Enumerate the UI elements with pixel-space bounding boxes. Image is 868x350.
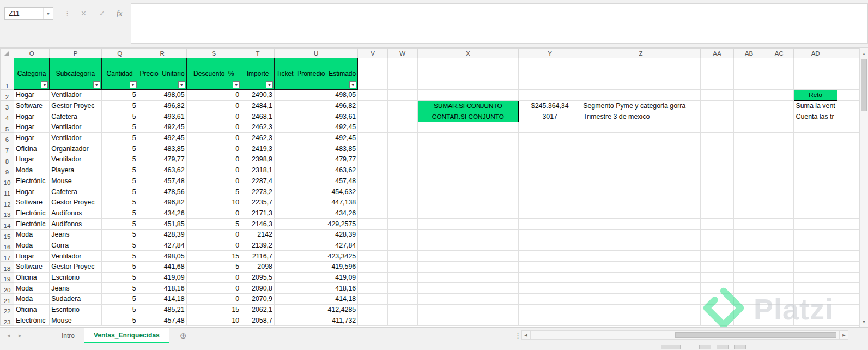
row-header-12[interactable]: 12 — [1, 197, 14, 208]
cell-AE10[interactable] — [837, 176, 859, 186]
cell-O20[interactable]: Moda — [14, 283, 50, 294]
cell-V7[interactable] — [358, 143, 388, 154]
cell-AE20[interactable] — [837, 283, 859, 294]
cell-Y5[interactable] — [519, 122, 581, 133]
cell-U14[interactable]: 429,2575 — [274, 219, 357, 230]
cell-T9[interactable]: 2318,1 — [241, 165, 275, 176]
cell-U9[interactable]: 463,62 — [274, 165, 357, 176]
cell-W19[interactable] — [388, 272, 417, 283]
cell-O9[interactable]: Moda — [14, 165, 50, 176]
cell-V13[interactable] — [358, 208, 388, 219]
cell-S10[interactable]: 0 — [186, 176, 241, 186]
vertical-scrollbar-thumb[interactable] — [861, 59, 867, 111]
cell-P9[interactable]: Playera — [50, 165, 101, 176]
cell-AE19[interactable] — [837, 272, 859, 283]
cell-AC1[interactable] — [764, 58, 794, 90]
cell-S11[interactable]: 5 — [186, 186, 241, 197]
cell-AE4[interactable] — [837, 111, 859, 122]
cell-AD2[interactable]: Reto — [794, 90, 837, 101]
cell-U7[interactable]: 483,85 — [274, 143, 357, 154]
add-sheet-icon[interactable]: ⊕ — [180, 331, 187, 340]
cell-Q20[interactable]: 5 — [101, 283, 138, 294]
cell-R15[interactable]: 428,39 — [138, 229, 186, 240]
cell-Q14[interactable]: 5 — [101, 219, 138, 230]
cell-S23[interactable]: 10 — [186, 315, 241, 326]
cell-AD8[interactable] — [794, 154, 837, 165]
cell-T3[interactable]: 2484,1 — [241, 100, 275, 111]
cell-Z23[interactable] — [581, 315, 701, 326]
filter-button-S[interactable]: ▼ — [233, 81, 240, 88]
cell-Q23[interactable]: 5 — [101, 315, 138, 326]
cell-S5[interactable]: 0 — [186, 122, 241, 133]
cell-AB18[interactable] — [734, 262, 764, 273]
cell-U23[interactable]: 411,732 — [274, 315, 357, 326]
cell-Y21[interactable] — [519, 294, 581, 305]
row-header-8[interactable]: 8 — [1, 154, 14, 165]
cell-AB6[interactable] — [734, 132, 764, 143]
cell-Q9[interactable]: 5 — [101, 165, 138, 176]
cell-T21[interactable]: 2070,9 — [241, 294, 275, 305]
cell-V8[interactable] — [358, 154, 388, 165]
cell-AE16[interactable] — [837, 240, 859, 251]
cell-O13[interactable]: Electrónic — [14, 208, 50, 219]
cell-X13[interactable] — [417, 208, 519, 219]
cell-U2[interactable]: 498,05 — [274, 90, 357, 101]
scroll-up-icon[interactable]: ▲ — [860, 49, 868, 58]
cell-AA18[interactable] — [700, 262, 733, 273]
filter-button-T[interactable]: ▼ — [266, 81, 273, 88]
cell-U21[interactable]: 414,18 — [274, 294, 357, 305]
cell-W8[interactable] — [388, 154, 417, 165]
cell-S8[interactable]: 0 — [186, 154, 241, 165]
cell-R18[interactable]: 441,68 — [138, 262, 186, 273]
cell-AE9[interactable] — [837, 165, 859, 176]
cell-P19[interactable]: Escritorio — [50, 272, 101, 283]
filter-button-U[interactable]: ▼ — [349, 81, 356, 88]
field-header-cell-P[interactable]: Subcategoría▼ — [50, 58, 101, 90]
cell-AC18[interactable] — [764, 262, 794, 273]
name-box[interactable]: Z11 ▾ — [4, 7, 53, 20]
cell-V5[interactable] — [358, 122, 388, 133]
cell-T22[interactable]: 2062,1 — [241, 304, 275, 315]
cell-V11[interactable] — [358, 186, 388, 197]
cell-P22[interactable]: Escritorio — [50, 304, 101, 315]
cell-R3[interactable]: 496,82 — [138, 100, 186, 111]
insert-function-icon[interactable]: fx — [117, 10, 122, 17]
cell-R22[interactable]: 485,21 — [138, 304, 186, 315]
cell-Z12[interactable] — [581, 197, 701, 208]
cell-O19[interactable]: Oficina — [14, 272, 50, 283]
column-header-AE[interactable] — [837, 49, 859, 58]
cell-O2[interactable]: Hogar — [14, 90, 50, 101]
cell-AA13[interactable] — [700, 208, 733, 219]
cell-Z13[interactable] — [581, 208, 701, 219]
cell-AB11[interactable] — [734, 186, 764, 197]
cell-W13[interactable] — [388, 208, 417, 219]
tab-ventas-enriquecidas[interactable]: Ventas_Enriquecidas — [84, 328, 169, 343]
cell-W18[interactable] — [388, 262, 417, 273]
cell-O15[interactable]: Moda — [14, 229, 50, 240]
cell-Y19[interactable] — [519, 272, 581, 283]
row-header-9[interactable]: 9 — [1, 165, 14, 176]
cell-Y16[interactable] — [519, 240, 581, 251]
cell-P18[interactable]: Gestor Proyec — [50, 262, 101, 273]
cell-W20[interactable] — [388, 283, 417, 294]
tab-nav-right-icon[interactable]: ▸ — [19, 333, 22, 339]
cell-AA11[interactable] — [700, 186, 733, 197]
cell-AC21[interactable] — [764, 294, 794, 305]
cell-AA17[interactable] — [700, 251, 733, 262]
cell-S14[interactable]: 5 — [186, 219, 241, 230]
cell-X18[interactable] — [417, 262, 519, 273]
cell-Y3[interactable]: $245.364,34 — [519, 100, 581, 111]
cell-U19[interactable]: 419,09 — [274, 272, 357, 283]
cell-AC10[interactable] — [764, 176, 794, 186]
cell-X16[interactable] — [417, 240, 519, 251]
cell-AE21[interactable] — [837, 294, 859, 305]
cell-X9[interactable] — [417, 165, 519, 176]
cell-AE15[interactable] — [837, 229, 859, 240]
row-header-23[interactable]: 23 — [1, 315, 14, 326]
cell-X17[interactable] — [417, 251, 519, 262]
cell-Y11[interactable] — [519, 186, 581, 197]
cell-Q3[interactable]: 5 — [101, 100, 138, 111]
cell-X23[interactable] — [417, 315, 519, 326]
cell-AD21[interactable] — [794, 294, 837, 305]
cell-W6[interactable] — [388, 132, 417, 143]
